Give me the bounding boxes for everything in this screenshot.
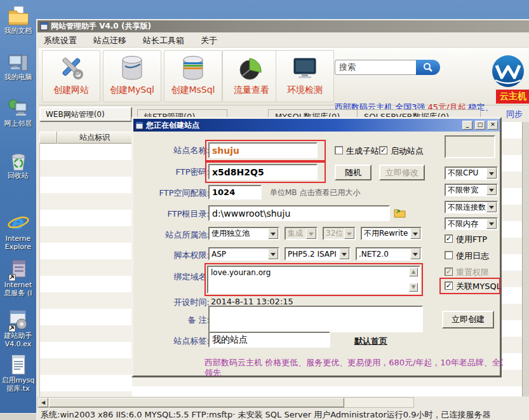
desktop-icon-internet-explorer[interactable]: e Interne Explore <box>0 212 36 251</box>
domains-textarea[interactable]: love.youran.org <box>207 266 420 294</box>
scroll-up-icon[interactable]: ▲ <box>409 268 418 276</box>
traffic-view-button[interactable]: 流量查看 <box>222 50 281 102</box>
dropdown-arrow-icon[interactable] <box>410 228 420 239</box>
site-tag-input[interactable] <box>208 332 330 348</box>
search-button[interactable] <box>416 60 440 75</box>
create-now-button[interactable]: 立即创建 <box>442 311 494 329</box>
dropdown-value: .NET2.0 <box>357 248 410 259</box>
main-window-titlebar: 网站管理助手 V4.0 (共享版) <box>37 20 529 32</box>
scroll-down-icon[interactable]: ▼ <box>409 283 418 292</box>
horizontal-scrollbar[interactable]: ◀ <box>37 397 414 408</box>
asp-dropdown[interactable]: ASP <box>208 247 279 261</box>
list-header-blank[interactable] <box>39 132 57 144</box>
desktop-icon-my-computer[interactable]: 我的电脑 <box>0 53 36 81</box>
my-computer-icon <box>8 53 29 73</box>
info-box <box>445 135 495 158</box>
menu-item-system-settings[interactable]: 系统设置 <box>44 35 77 46</box>
create-mysql-button[interactable]: 创建MySql <box>103 50 161 102</box>
status-bar: 系统:win2003 x86 IIS:6.0 MYSQL:5.5 FTP:msf… <box>41 409 528 420</box>
dropdown-value: 不限带宽 <box>446 185 486 195</box>
menu-item-webmaster-tools[interactable]: 站长工具箱 <box>143 35 184 46</box>
search-input[interactable] <box>335 60 416 75</box>
screen: 我的文档 我的电脑 网上邻居 回收站 e <box>0 0 529 420</box>
cloud-host-button[interactable]: 云主机 <box>496 90 529 104</box>
start-site-checkbox[interactable]: ✓ <box>379 146 387 154</box>
create-mssql-button[interactable]: 创建MsSql <box>164 50 222 102</box>
connections-limit-dropdown[interactable]: 不限连接数 <box>445 201 498 213</box>
scroll-left-button[interactable]: ◀ <box>38 398 48 407</box>
link-mysql-checkbox[interactable]: ✓ <box>445 281 453 290</box>
dropdown-arrow-icon[interactable] <box>339 248 349 259</box>
dropdown-value: 不用Rewrite <box>362 228 410 239</box>
quota-hint-text[interactable]: 单位MB 点击查看已用大小 <box>270 187 360 198</box>
desktop-icon-mysql-note[interactable]: 启用mysq 据库.tx <box>0 353 36 393</box>
use-ftp-checkbox[interactable]: ✓ <box>445 234 453 243</box>
scrollbar-thumb[interactable] <box>49 398 344 407</box>
dropdown-arrow-icon[interactable] <box>486 185 497 195</box>
dropdown-arrow-icon[interactable] <box>410 248 420 259</box>
taskbar[interactable] <box>0 413 36 420</box>
ftp-quota-input[interactable] <box>208 185 262 200</box>
desktop-icon-site-builder[interactable]: 建站助手 V4.0.ex <box>0 309 36 348</box>
default-homepage-link[interactable]: 默认首页 <box>354 335 387 347</box>
toolbar-button-label: 流量查看 <box>223 85 280 96</box>
desktop-icon-recycle-bin[interactable]: 回收站 <box>0 151 36 180</box>
recycle-bin-icon <box>8 151 29 172</box>
close-icon: ✕ <box>490 121 495 128</box>
domains-label: 绑定域名: <box>138 271 210 283</box>
tab-web-site-manage[interactable]: WEB网站管理(0) <box>39 107 132 122</box>
west-cn-logo[interactable] <box>490 55 526 89</box>
close-button[interactable]: ✕ <box>488 121 498 130</box>
script-perm-label: 脚本权限: <box>138 250 210 261</box>
php-dropdown[interactable]: PHP5.2 ISAPI <box>285 247 351 261</box>
cpu-limit-dropdown[interactable]: 不限CPU <box>445 166 498 180</box>
dropdown-arrow-icon[interactable] <box>268 248 278 259</box>
maximize-button[interactable]: □ <box>475 121 485 130</box>
site-name-label: 站点名称: <box>138 145 210 156</box>
menu-item-site-migration[interactable]: 站点迁移 <box>93 35 126 46</box>
ftp-password-input[interactable] <box>208 164 318 180</box>
dropdown-arrow-icon[interactable] <box>486 219 497 229</box>
button-label: 立即修改 <box>385 167 419 179</box>
subsite-checkbox[interactable] <box>335 146 343 154</box>
memory-limit-dropdown[interactable]: 不限内存 <box>445 217 498 230</box>
dropdown-arrow-icon[interactable] <box>486 202 497 212</box>
menu-item-about[interactable]: 关于 <box>201 35 217 46</box>
pipeline-mode-dropdown[interactable]: 集成 <box>285 227 318 240</box>
dialog-ad-line1: 西部数码云主机 价格更低、服务更优、更易使用，680元/年起，10年老品牌、全国 <box>204 358 503 368</box>
random-password-button[interactable]: 随机 <box>335 165 372 180</box>
bandwidth-limit-dropdown[interactable]: 不限带宽 <box>445 184 498 196</box>
ftp-root-input[interactable] <box>208 205 390 221</box>
open-folder-icon[interactable] <box>394 207 406 218</box>
check-icon: ✓ <box>446 281 452 290</box>
dialog-icon <box>135 121 144 130</box>
desktop-icon-label: Interne Explore <box>0 234 36 251</box>
remark-label: 备 注: <box>138 315 210 326</box>
reset-perm-checkbox[interactable]: ✓ <box>445 268 453 276</box>
site-name-input[interactable] <box>208 142 318 158</box>
bitness-dropdown[interactable]: 32位 <box>323 227 356 240</box>
dropdown-arrow-icon[interactable] <box>268 228 278 239</box>
create-website-button[interactable]: 创建网站 <box>42 50 100 102</box>
app-pool-dropdown[interactable]: 使用独立池 <box>208 227 279 240</box>
up-arrow-glyph: ▲ <box>412 269 415 274</box>
dotnet-dropdown[interactable]: .NET2.0 <box>356 247 422 261</box>
dropdown-arrow-icon[interactable] <box>486 168 497 179</box>
desktop-icon-network[interactable]: 网上邻居 <box>0 99 36 128</box>
dropdown-value: 不限CPU <box>446 168 486 179</box>
modify-now-button[interactable]: 立即修改 <box>379 165 425 180</box>
site-list-rows[interactable] <box>39 144 132 396</box>
desktop-icon-my-documents[interactable]: 我的文档 <box>0 5 36 35</box>
use-log-checkbox[interactable] <box>445 251 453 259</box>
desktop-icon-iis[interactable]: Internet 息服务 (I <box>0 258 36 297</box>
remark-textarea[interactable] <box>208 306 423 332</box>
list-header-site-id[interactable]: 站点标识 <box>57 132 132 144</box>
vertical-scroll-strip[interactable] <box>522 122 529 396</box>
minimize-button[interactable]: _ <box>462 121 472 130</box>
mysql-db-icon <box>117 53 147 83</box>
check-icon: ✓ <box>380 146 386 154</box>
sync-link[interactable]: 同步 <box>506 109 523 120</box>
rewrite-dropdown[interactable]: 不用Rewrite <box>361 227 422 240</box>
env-check-button[interactable]: 环境检测 <box>276 50 334 102</box>
dialog-ad-text[interactable]: 西部数码云主机 价格更低、服务更优、更易使用，680元/年起，10年老品牌、全国… <box>204 358 503 377</box>
